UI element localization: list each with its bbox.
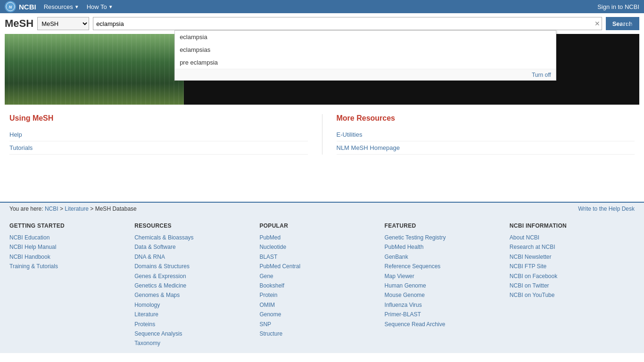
footer-link[interactable]: PubMed Health bbox=[385, 242, 505, 252]
footer-link[interactable]: Literature bbox=[134, 310, 255, 319]
footer-link[interactable]: NCBI Help Manual bbox=[9, 242, 130, 252]
using-mesh-title: Using MeSH bbox=[9, 114, 308, 123]
footer-link[interactable]: Gene bbox=[259, 272, 380, 281]
search-input-wrap: ✕ eclampsia eclampsias pre eclampsia Tur… bbox=[93, 17, 602, 30]
database-select[interactable]: MeSH bbox=[37, 17, 89, 30]
footer-link[interactable]: Protein bbox=[259, 290, 380, 300]
footer-col-title-getting-started: GETTING STARTED bbox=[9, 222, 130, 229]
footer-link[interactable]: PubMed Central bbox=[259, 262, 380, 271]
autocomplete-item[interactable]: pre eclampsia bbox=[175, 56, 556, 69]
footer-col-title-resources: RESOURCES bbox=[134, 222, 255, 229]
column-divider bbox=[322, 114, 322, 155]
footer-link[interactable]: Nucleotide bbox=[259, 242, 380, 252]
footer-link[interactable]: Genetics & Medicine bbox=[134, 281, 255, 290]
more-resources-title: More Resources bbox=[337, 114, 635, 123]
howto-nav-link[interactable]: How To ▼ bbox=[87, 3, 113, 10]
top-nav-left: N NCBI Resources ▼ How To ▼ bbox=[5, 1, 113, 12]
footer-link[interactable]: Genes & Expression bbox=[134, 272, 255, 281]
footer-link[interactable]: DNA & RNA bbox=[134, 252, 255, 262]
footer-link[interactable]: Map Viewer bbox=[385, 272, 505, 281]
footer-link[interactable]: NCBI Education bbox=[9, 233, 130, 242]
footer-link[interactable]: NCBI Handbook bbox=[9, 252, 130, 262]
footer-link[interactable]: Proteins bbox=[134, 320, 255, 329]
footer-link[interactable]: Genetic Testing Registry bbox=[385, 233, 505, 242]
resources-dropdown-arrow: ▼ bbox=[74, 4, 79, 9]
footer-col-title-ncbi-info: NCBI INFORMATION bbox=[510, 222, 630, 229]
footer-link[interactable]: Bookshelf bbox=[259, 281, 380, 290]
footer-link[interactable]: Domains & Structures bbox=[134, 262, 255, 271]
autocomplete-dropdown: eclampsia eclampsias pre eclampsia Turn … bbox=[174, 30, 556, 81]
footer-link[interactable]: NCBI Newsletter bbox=[510, 252, 630, 262]
footer-link[interactable]: NCBI on Facebook bbox=[510, 272, 630, 281]
breadcrumb-literature[interactable]: Literature bbox=[65, 206, 89, 212]
autocomplete-item[interactable]: eclampsia bbox=[175, 31, 556, 43]
ncbi-logo-text: NCBI bbox=[19, 3, 36, 11]
footer-bar: You are here: NCBI > Literature > MeSH D… bbox=[0, 202, 644, 215]
breadcrumb-ncbi[interactable]: NCBI bbox=[45, 206, 58, 212]
breadcrumb-current: MeSH Database bbox=[95, 206, 137, 212]
write-help-desk: Write to the Help Desk bbox=[578, 206, 635, 212]
footer-link[interactable]: NCBI on Twitter bbox=[510, 281, 630, 290]
footer-link[interactable]: Structure bbox=[259, 329, 380, 338]
footer-col-popular: POPULAR PubMed Nucleotide BLAST PubMed C… bbox=[259, 222, 384, 348]
footer-link[interactable]: SNP bbox=[259, 320, 380, 329]
footer-link[interactable]: GenBank bbox=[385, 252, 505, 262]
help-link-main[interactable]: Help bbox=[9, 128, 308, 141]
footer-link[interactable]: Sequence Analysis bbox=[134, 329, 255, 338]
footer-link[interactable]: NCBI FTP Site bbox=[510, 262, 630, 271]
footer-link[interactable]: OMIM bbox=[259, 300, 380, 310]
footer-link[interactable]: BLAST bbox=[259, 252, 380, 262]
search-row: MeSH MeSH ✕ eclampsia eclampsias pre ecl… bbox=[0, 13, 644, 34]
footer-link[interactable]: Chemicals & Bioassays bbox=[134, 233, 255, 242]
footer-links: GETTING STARTED NCBI Education NCBI Help… bbox=[0, 215, 644, 353]
ncbi-logo-icon: N bbox=[5, 1, 16, 12]
footer-link[interactable]: Reference Sequences bbox=[385, 262, 505, 271]
autocomplete-footer: Turn off bbox=[175, 69, 556, 80]
main-content: Using MeSH Help Tutorials More Resources… bbox=[0, 105, 644, 164]
footer-link[interactable]: Primer-BLAST bbox=[385, 310, 505, 319]
footer-link[interactable]: Sequence Read Archive bbox=[385, 320, 505, 329]
turn-off-autocomplete-button[interactable]: Turn off bbox=[532, 72, 551, 78]
footer-link[interactable]: Human Genome bbox=[385, 281, 505, 290]
e-utilities-link[interactable]: E-Utilities bbox=[337, 128, 635, 141]
footer-link[interactable]: Influenza Virus bbox=[385, 300, 505, 310]
footer-link[interactable]: NCBI on YouTube bbox=[510, 290, 630, 300]
nlm-mesh-homepage-link[interactable]: NLM MeSH Homepage bbox=[337, 141, 635, 155]
page-title: MeSH bbox=[5, 17, 33, 30]
footer-link[interactable]: Genome bbox=[259, 310, 380, 319]
autocomplete-item[interactable]: eclampsias bbox=[175, 43, 556, 56]
search-input[interactable] bbox=[93, 17, 602, 30]
footer-col-title-featured: FEATURED bbox=[385, 222, 505, 229]
write-help-link[interactable]: Write to the Help Desk bbox=[578, 206, 635, 212]
footer-link[interactable]: Research at NCBI bbox=[510, 242, 630, 252]
svg-text:N: N bbox=[9, 5, 12, 9]
breadcrumb: You are here: NCBI > Literature > MeSH D… bbox=[9, 206, 137, 212]
more-resources-section: More Resources E-Utilities NLM MeSH Home… bbox=[337, 114, 635, 155]
footer-link[interactable]: About NCBI bbox=[510, 233, 630, 242]
footer-link[interactable]: Homology bbox=[134, 300, 255, 310]
footer-col-getting-started: GETTING STARTED NCBI Education NCBI Help… bbox=[9, 222, 134, 348]
clear-button[interactable]: ✕ bbox=[594, 20, 600, 27]
howto-dropdown-arrow: ▼ bbox=[108, 4, 113, 9]
footer-col-ncbi-info: NCBI INFORMATION About NCBI Research at … bbox=[510, 222, 635, 348]
top-navigation: N NCBI Resources ▼ How To ▼ Sign in to N… bbox=[0, 0, 644, 13]
footer-col-resources: RESOURCES Chemicals & Bioassays Data & S… bbox=[134, 222, 259, 348]
sign-in-link[interactable]: Sign in to NCBI bbox=[597, 3, 639, 10]
footer-link[interactable]: PubMed bbox=[259, 233, 380, 242]
footer-col-featured: FEATURED Genetic Testing Registry PubMed… bbox=[385, 222, 510, 348]
footer-link[interactable]: Mouse Genome bbox=[385, 290, 505, 300]
tutorials-link[interactable]: Tutorials bbox=[9, 141, 308, 155]
banner-image bbox=[5, 34, 184, 105]
footer-link[interactable]: Genomes & Maps bbox=[134, 290, 255, 300]
resources-nav-link[interactable]: Resources ▼ bbox=[44, 3, 79, 10]
help-link[interactable]: Help bbox=[622, 20, 635, 27]
footer-link[interactable]: Data & Software bbox=[134, 242, 255, 252]
ncbi-logo[interactable]: N NCBI bbox=[5, 1, 36, 12]
using-mesh-section: Using MeSH Help Tutorials bbox=[9, 114, 308, 155]
footer-link[interactable]: Taxonomy bbox=[134, 338, 255, 348]
footer-link[interactable]: Training & Tutorials bbox=[9, 262, 130, 271]
footer-col-title-popular: POPULAR bbox=[259, 222, 380, 229]
